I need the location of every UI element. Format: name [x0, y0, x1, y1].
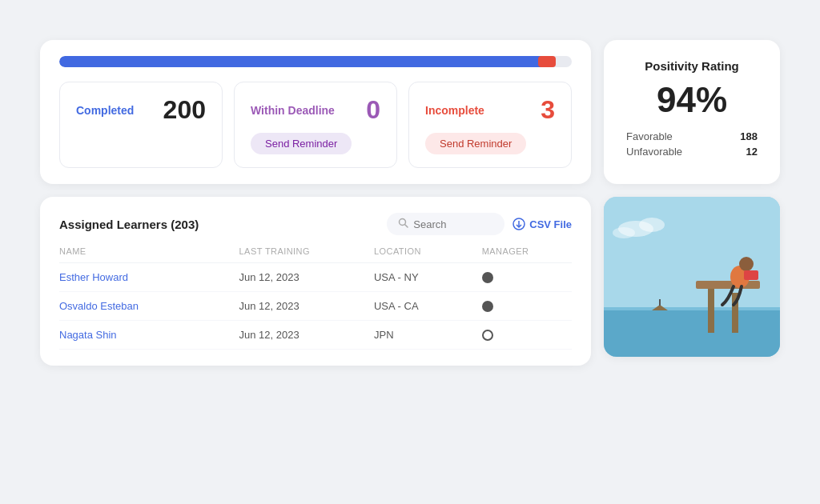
manager-dot-filled	[482, 301, 493, 312]
within-deadline-label: Within Deadline	[251, 104, 335, 117]
table-row: Nagata Shin Jun 12, 2023 JPN	[59, 321, 572, 350]
table-row: Esther Howard Jun 12, 2023 USA - NY	[59, 263, 572, 292]
positivity-percent: 94%	[657, 81, 727, 119]
manager-cell	[482, 330, 572, 341]
col-manager: Manager	[482, 246, 572, 256]
completed-label: Completed	[76, 104, 134, 117]
incomplete-reminder-button[interactable]: Send Reminder	[425, 133, 526, 154]
last-training-cell: Jun 12, 2023	[239, 300, 374, 312]
within-deadline-value: 0	[366, 95, 380, 125]
manager-cell	[482, 301, 572, 312]
svg-rect-9	[696, 281, 760, 289]
progress-bar	[59, 56, 572, 67]
csv-icon	[512, 218, 525, 230]
svg-point-15	[639, 218, 665, 232]
search-input[interactable]	[413, 218, 493, 230]
svg-rect-7	[708, 285, 714, 333]
col-name: Name	[59, 246, 239, 256]
csv-file-button[interactable]: CSV File	[512, 218, 572, 230]
search-icon	[398, 218, 408, 230]
unfavorable-label: Unfavorable	[626, 146, 682, 158]
favorable-value: 188	[740, 130, 758, 142]
unfavorable-row: Unfavorable 12	[626, 146, 758, 158]
illustration-card	[604, 197, 780, 357]
learners-card: Assigned Learners (203)	[40, 197, 591, 366]
location-cell: USA - NY	[374, 271, 482, 283]
learner-name[interactable]: Nagata Shin	[59, 329, 239, 341]
progress-bar-fill	[59, 56, 551, 67]
learners-header: Assigned Learners (203)	[59, 213, 572, 235]
positivity-card: Positivity Rating 94% Favorable 188 Unfa…	[604, 40, 780, 184]
svg-rect-5	[604, 309, 780, 357]
manager-dot-filled	[482, 272, 493, 283]
last-training-cell: Jun 12, 2023	[239, 329, 374, 341]
search-wrap	[387, 213, 504, 235]
table-header: Name Last Training Location Manager	[59, 246, 572, 263]
svg-rect-13	[659, 299, 661, 306]
completed-value: 200	[163, 95, 206, 125]
location-cell: USA - CA	[374, 300, 482, 312]
svg-rect-12	[744, 270, 758, 280]
bottom-row: Assigned Learners (203)	[40, 197, 780, 366]
within-deadline-stat-box: Within Deadline 0 Send Reminder	[234, 82, 397, 168]
learner-name[interactable]: Esther Howard	[59, 271, 239, 283]
page-wrapper: Completed 200 Within Deadline 0 Send Rem…	[16, 16, 804, 504]
incomplete-label: Incomplete	[425, 104, 484, 117]
svg-point-16	[613, 227, 635, 238]
learners-title: Assigned Learners (203)	[59, 218, 379, 231]
svg-line-1	[405, 225, 408, 228]
manager-dot-empty	[482, 330, 493, 341]
learner-rows: Esther Howard Jun 12, 2023 USA - NY Osva…	[59, 263, 572, 350]
within-deadline-reminder-button[interactable]: Send Reminder	[251, 133, 352, 154]
manager-cell	[482, 272, 572, 283]
svg-point-11	[739, 257, 754, 271]
learner-name[interactable]: Osvaldo Esteban	[59, 300, 239, 312]
col-last-training: Last Training	[239, 246, 374, 256]
positivity-title: Positivity Rating	[645, 59, 739, 73]
table-row: Osvaldo Esteban Jun 12, 2023 USA - CA	[59, 292, 572, 321]
unfavorable-value: 12	[746, 146, 758, 158]
completed-stat-box: Completed 200	[59, 82, 223, 168]
incomplete-stat-box: Incomplete 3 Send Reminder	[408, 82, 572, 168]
top-row: Completed 200 Within Deadline 0 Send Rem…	[40, 40, 780, 184]
stat-boxes: Completed 200 Within Deadline 0 Send Rem…	[59, 82, 572, 168]
favorable-row: Favorable 188	[626, 130, 758, 142]
location-cell: JPN	[374, 329, 482, 341]
stats-card: Completed 200 Within Deadline 0 Send Rem…	[40, 40, 591, 184]
last-training-cell: Jun 12, 2023	[239, 271, 374, 283]
incomplete-value: 3	[541, 95, 555, 125]
favorable-label: Favorable	[626, 130, 673, 142]
svg-rect-6	[604, 307, 780, 310]
col-location: Location	[374, 246, 482, 256]
